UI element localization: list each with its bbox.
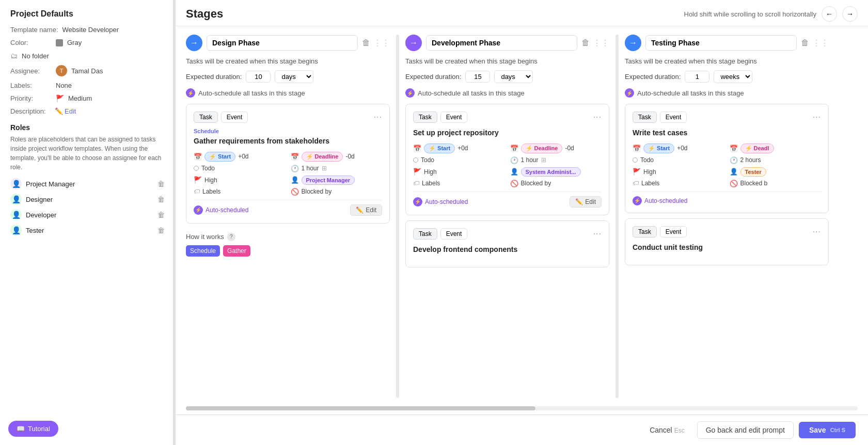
task-priority: High	[643, 168, 656, 176]
stage-design-actions: 🗑 ⋮⋮	[362, 38, 390, 48]
tutorial-button[interactable]: 📖 Tutorial	[8, 421, 58, 437]
task-card-header: Task Event ···	[194, 112, 382, 123]
tab-event[interactable]: Event	[440, 228, 468, 240]
deadline-offset: -0d	[565, 145, 574, 152]
start-offset: +0d	[677, 145, 687, 152]
calendar-icon: 📅	[730, 145, 738, 152]
task-labels-field: 🏷 Labels	[413, 180, 505, 187]
status-dot-icon	[413, 157, 418, 163]
color-name: Gray	[67, 39, 82, 46]
task-schedule-label: Schedule	[194, 128, 382, 134]
tab-event[interactable]: Event	[221, 112, 248, 123]
deadline-badge: ⚡ Deadl	[740, 144, 774, 153]
stage-development-name-input[interactable]	[426, 35, 577, 51]
task-deadline-field: 📅 ⚡ Deadline -0d	[291, 152, 383, 162]
stage-development-duration-unit[interactable]: days weeks	[494, 70, 533, 83]
tab-task[interactable]: Task	[194, 112, 218, 123]
stage-development-info: Tasks will be created when this stage be…	[405, 57, 609, 65]
stage-design-delete-icon[interactable]: 🗑	[362, 38, 370, 47]
tab-task[interactable]: Task	[413, 112, 437, 123]
scroll-left-button[interactable]: ←	[822, 6, 837, 22]
tab-task[interactable]: Task	[633, 112, 657, 123]
auto-scheduled-label: Auto-scheduled	[644, 197, 687, 204]
task-assignee: System Administ...	[521, 167, 581, 177]
back-button[interactable]: Go back and edit prompt	[697, 421, 794, 439]
status-dot-icon	[633, 157, 638, 163]
folder-name: No folder	[22, 52, 49, 60]
delete-role-pm-icon[interactable]: 🗑	[157, 180, 165, 188]
list-item: 👤 Project Manager 🗑	[10, 178, 165, 189]
auto-scheduled-label: Auto-scheduled	[206, 206, 248, 214]
bottom-bar: Cancel Esc Go back and edit prompt Save …	[176, 415, 868, 445]
more-options-icon[interactable]: ···	[593, 113, 602, 122]
task-blocked-field: 🚫 Blocked b	[730, 180, 822, 187]
tab-task[interactable]: Task	[413, 228, 437, 240]
task-status-field: Todo	[413, 156, 505, 164]
stage-testing-auto-schedule: ⚡ Auto-schedule all tasks in this stage	[625, 88, 829, 98]
save-button[interactable]: Save Ctrl S	[799, 422, 856, 438]
stage-design-duration-input[interactable]	[246, 71, 271, 83]
person-icon: 👤	[12, 226, 21, 234]
more-options-icon[interactable]: ···	[593, 229, 602, 239]
role-name-pm: Project Manager	[26, 180, 153, 188]
color-swatch	[56, 39, 63, 46]
stage-design-name-input[interactable]	[207, 35, 358, 51]
tab-event[interactable]: Event	[660, 112, 687, 123]
stage-testing-duration-input[interactable]	[685, 71, 709, 83]
schedule-preview: Schedule Gather	[186, 245, 390, 257]
stage-development-delete-icon[interactable]: 🗑	[581, 38, 590, 47]
description-edit-link[interactable]: ✏️ Edit	[55, 107, 76, 115]
cancel-button[interactable]: Cancel Esc	[642, 422, 692, 438]
start-offset: +0d	[457, 145, 468, 152]
task-duration-field: 🕐 2 hours	[730, 156, 822, 164]
task-assignee: Project Manager	[302, 176, 355, 185]
stage-development-duration-input[interactable]	[465, 71, 490, 83]
tab-event[interactable]: Event	[660, 226, 687, 237]
tab-event[interactable]: Event	[440, 112, 468, 123]
more-options-icon[interactable]: ···	[813, 227, 821, 236]
delete-role-tester-icon[interactable]: 🗑	[157, 226, 165, 234]
stage-development-drag-icon[interactable]: ⋮⋮	[593, 38, 609, 48]
how-it-works-label: How it works	[186, 233, 224, 241]
auto-icon: ⚡	[413, 197, 422, 206]
scroll-hint-text: Hold shift while scrolling to scroll hor…	[684, 10, 817, 18]
stage-testing-duration-unit[interactable]: days weeks	[714, 70, 752, 83]
help-icon: ?	[227, 233, 235, 241]
stage-testing-drag-icon[interactable]: ⋮⋮	[812, 38, 829, 48]
stage-testing-delete-icon[interactable]: 🗑	[801, 38, 809, 47]
more-options-icon[interactable]: ···	[374, 113, 382, 122]
task-status: Todo	[421, 156, 434, 164]
scroll-right-button[interactable]: →	[842, 6, 858, 22]
delete-role-developer-icon[interactable]: 🗑	[157, 211, 165, 219]
stage-design-info: Tasks will be created when this stage be…	[186, 57, 390, 65]
edit-task-button[interactable]: ✏️ Edit	[570, 196, 602, 208]
task-blocked: Blocked by	[302, 188, 332, 195]
task-card-unit-testing: Task Event ··· Conduct unit testing	[625, 218, 829, 266]
tab-task[interactable]: Task	[633, 226, 657, 237]
roles-section: Roles Roles are placeholders that can be…	[10, 123, 165, 236]
labels-value: None	[56, 82, 72, 89]
more-options-icon[interactable]: ···	[813, 113, 821, 122]
pencil-icon: ✏️	[356, 206, 364, 214]
task-blocked-field: 🚫 Blocked by	[291, 188, 383, 196]
delete-role-designer-icon[interactable]: 🗑	[157, 195, 165, 203]
task-card-develop-frontend: Task Event ··· Develop frontend componen…	[405, 220, 609, 268]
stage-design-duration-unit[interactable]: days weeks	[275, 70, 313, 83]
horizontal-scrollbar[interactable]	[186, 406, 858, 410]
sidebar-title: Project Defaults	[10, 9, 165, 19]
edit-task-button[interactable]: ✏️ Edit	[350, 204, 382, 216]
grid-icon: ⊞	[322, 165, 327, 172]
role-name-developer: Developer	[26, 211, 153, 219]
stage-design-drag-icon[interactable]: ⋮⋮	[373, 38, 390, 48]
content-header: Stages Hold shift while scrolling to scr…	[176, 0, 868, 26]
assignee-label: Assignee:	[10, 67, 52, 75]
stage-testing-name-input[interactable]	[645, 35, 797, 51]
stage-development: → 🗑 ⋮⋮ Tasks will be created when this s…	[405, 35, 609, 398]
stage-divider-2	[616, 35, 619, 398]
task-card-header: Task Event ···	[633, 112, 821, 123]
assignee-name: Tamal Das	[71, 67, 103, 75]
auto-scheduled-label: Auto-scheduled	[425, 198, 468, 205]
sidebar-scrollbar[interactable]	[173, 0, 175, 445]
stage-design: → 🗑 ⋮⋮ Tasks will be created when this s…	[186, 35, 390, 398]
person-icon: 👤	[730, 168, 738, 176]
